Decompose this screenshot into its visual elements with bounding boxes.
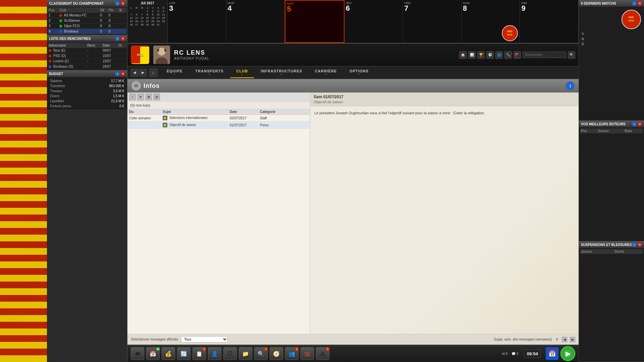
calendar-day[interactable]: SAM 8 OGC NICE xyxy=(462,0,520,43)
toolbar-tactics-btn[interactable]: 📋1 xyxy=(193,347,206,360)
calendar-day[interactable]: LUN 3 xyxy=(168,0,226,43)
nav-item-club[interactable]: CLUB ▼ xyxy=(230,67,254,78)
mini-cal-day[interactable]: 26 xyxy=(129,23,134,26)
match-adversaire[interactable]: Nice (E) xyxy=(48,48,86,53)
mini-cal-day[interactable]: 4 xyxy=(161,10,166,13)
nav-item-transferts[interactable]: TRANSFERTS ▼ xyxy=(190,67,230,78)
mini-cal-day[interactable]: 25 xyxy=(161,20,166,23)
filter-select[interactable]: Tous xyxy=(181,336,228,343)
mini-cal-day[interactable]: 16 xyxy=(150,16,155,19)
suppr-decrement-btn[interactable]: ◀ xyxy=(562,337,567,342)
mini-cal-day[interactable]: 14 xyxy=(140,16,145,19)
col-club: Club xyxy=(58,7,99,13)
mini-cal-day[interactable]: 17 xyxy=(156,16,161,19)
budget-info-btn[interactable]: i xyxy=(115,71,120,76)
mini-cal-day[interactable]: 9 xyxy=(150,13,155,16)
toolbar-shield-btn[interactable]: 🛡 xyxy=(223,347,237,360)
nav-forward-btn[interactable]: ▶ xyxy=(139,69,147,76)
toolbar-folder-btn[interactable]: 📁 xyxy=(239,347,252,360)
calendar-day[interactable]: MAR 4 xyxy=(226,0,285,43)
toolbar-warning-btn[interactable]: ⚠1 xyxy=(316,347,329,360)
toolbar-mail-btn[interactable]: ✉ xyxy=(131,347,144,360)
calendar-btn[interactable]: 📅 xyxy=(546,347,558,360)
msg-tool-delete[interactable]: 🗑 xyxy=(145,94,152,100)
play-btn[interactable]: ▶ xyxy=(560,346,575,361)
mini-cal-day[interactable]: 31 xyxy=(156,23,161,26)
msg-tool-star[interactable]: ★ xyxy=(137,94,144,100)
messages-list: ✓ ★ 🗑 ▤ (0) non-lu(s) Du Sujet Date Caté… xyxy=(127,93,310,334)
mini-cal-day[interactable]: 21 xyxy=(140,20,145,23)
search-input[interactable] xyxy=(523,52,566,58)
mini-cal-day[interactable]: 23 xyxy=(150,20,155,23)
mini-cal-day[interactable]: 13 xyxy=(134,16,139,19)
calendar-day[interactable]: JEU 6 xyxy=(344,0,403,43)
mini-cal-day[interactable]: 28 xyxy=(140,23,145,26)
header-icon-graph[interactable]: 📊 xyxy=(468,51,476,59)
toolbar-scout-btn[interactable]: 🧭 xyxy=(270,347,283,360)
header-icon-trophy[interactable]: 🏆 xyxy=(477,51,485,59)
mini-cal-day[interactable]: 19 xyxy=(129,20,134,23)
toolbar-money-btn[interactable]: 💰 xyxy=(162,347,175,360)
toolbar-calendar2-btn[interactable]: 📅30 xyxy=(146,347,160,360)
last-matches-close-btn[interactable]: ✕ xyxy=(637,1,642,6)
mini-cal-day[interactable]: 6 xyxy=(134,13,139,16)
mini-cal-day[interactable]: 20 xyxy=(134,20,139,23)
nav-back-btn[interactable]: ◀ xyxy=(131,69,138,76)
mini-cal-day[interactable]: 12 xyxy=(129,16,134,19)
header-icon-globe[interactable]: 🌐 xyxy=(495,51,503,59)
match-adversaire[interactable]: Lorient (E) xyxy=(48,59,86,64)
matches-info-btn[interactable]: i xyxy=(115,36,120,41)
budget-close-btn[interactable]: ✕ xyxy=(120,71,125,76)
mini-cal-day[interactable]: 27 xyxy=(134,23,139,26)
mini-cal-day[interactable]: 1 xyxy=(145,10,150,13)
nav-item-options[interactable]: OPTIONS ▼ xyxy=(343,67,375,78)
mini-cal-day[interactable]: 15 xyxy=(145,16,150,19)
toolbar-search-btn[interactable]: 🔍1 xyxy=(254,347,268,360)
mini-cal-day[interactable]: 3 xyxy=(156,10,161,13)
search-btn[interactable]: 🔍 xyxy=(568,51,575,59)
mini-cal-day[interactable]: 5 xyxy=(129,13,134,16)
match-adversaire[interactable]: PSG (D) xyxy=(48,53,86,59)
msg-tool-read[interactable]: ✓ xyxy=(129,94,136,100)
mini-cal-day[interactable]: 11 xyxy=(161,13,166,16)
mini-cal-day[interactable]: 29 xyxy=(145,23,150,26)
nav-item-carrire[interactable]: CARRIÈRE ▼ xyxy=(309,67,343,78)
nav-home-btn[interactable]: ⌂ xyxy=(149,69,157,77)
toolbar-briefcase-btn[interactable]: 💼 xyxy=(301,347,314,360)
matches-close-btn[interactable]: ✕ xyxy=(120,36,125,41)
injuries-info-btn[interactable]: i xyxy=(632,242,637,247)
calendar-day[interactable]: DIM 9 xyxy=(520,0,579,43)
mini-cal-day[interactable]: 2 xyxy=(150,10,155,13)
injuries-close-btn[interactable]: ✕ xyxy=(637,242,642,247)
nav-item-infrastructures[interactable]: INFRASTRUCTURES ▼ xyxy=(255,67,308,78)
info-help-badge[interactable]: i xyxy=(566,81,575,90)
top-scorers-close-btn[interactable]: ✕ xyxy=(637,122,642,126)
nav-item-quipe[interactable]: ÉQUIPE ▼ xyxy=(161,67,189,78)
mini-cal-day[interactable]: 18 xyxy=(161,16,166,19)
mini-cal-day[interactable]: 30 xyxy=(150,23,155,26)
suppr-increment-btn[interactable]: ▶ xyxy=(570,337,575,342)
mini-cal-day[interactable]: 7 xyxy=(140,13,145,16)
toolbar-player-btn[interactable]: 👤 xyxy=(208,347,221,360)
header-icon-tools[interactable]: 🔧 xyxy=(504,51,512,59)
match-adversaire[interactable]: Bordeaux (D) xyxy=(48,64,86,69)
mini-cal-day[interactable]: 8 xyxy=(145,13,150,16)
msg-tool-filter[interactable]: ▤ xyxy=(153,94,160,100)
toolbar-group-btn[interactable]: 👥1 xyxy=(285,347,299,360)
col-scroll[interactable]: ▼ xyxy=(117,7,126,13)
message-row[interactable]: Cette semaine 🔔 Sélections international… xyxy=(127,115,310,122)
championship-info-btn[interactable]: i xyxy=(115,1,120,6)
mini-cal-day[interactable]: 10 xyxy=(156,13,161,16)
header-icon-ball[interactable]: ⚽ xyxy=(486,51,494,59)
toolbar-transfer-btn[interactable]: 🔄 xyxy=(177,347,191,360)
mini-cal-day[interactable]: 22 xyxy=(145,20,150,23)
calendar-day[interactable]: VEN 7 xyxy=(403,0,462,43)
header-icon-flag[interactable]: 🚩 xyxy=(514,51,521,59)
header-icon-house[interactable]: 🏠 xyxy=(459,51,467,59)
last-matches-info-btn[interactable]: i xyxy=(632,1,637,6)
calendar-day[interactable]: MER 5 xyxy=(285,0,344,43)
top-scorers-info-btn[interactable]: i xyxy=(632,122,637,126)
mini-cal-day[interactable]: 24 xyxy=(156,20,161,23)
message-row[interactable]: 🔔 Objectif de saison 01/07/2017 Perso xyxy=(127,122,310,129)
championship-close-btn[interactable]: ✕ xyxy=(120,1,125,6)
